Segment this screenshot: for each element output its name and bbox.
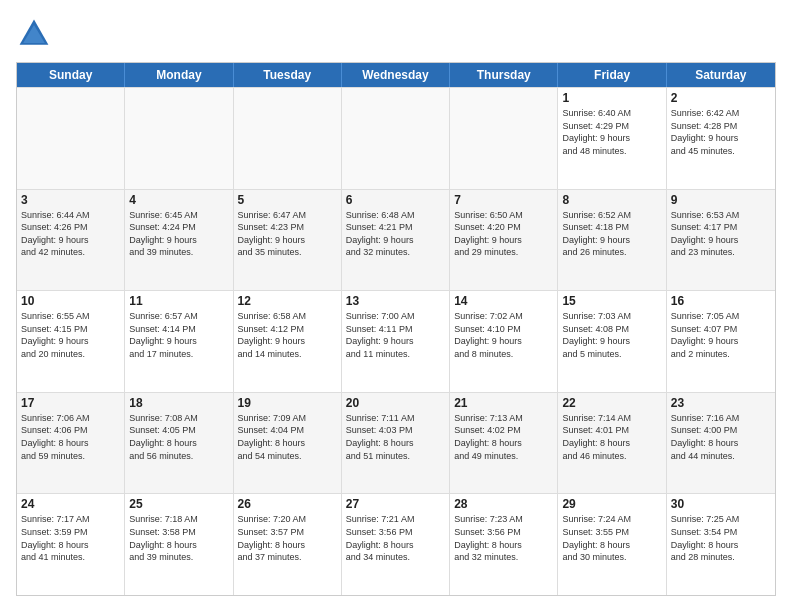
day-number: 10: [21, 294, 120, 308]
cell-info: Sunrise: 6:47 AM Sunset: 4:23 PM Dayligh…: [238, 209, 337, 259]
cell-info: Sunrise: 6:44 AM Sunset: 4:26 PM Dayligh…: [21, 209, 120, 259]
day-number: 21: [454, 396, 553, 410]
cell-info: Sunrise: 6:52 AM Sunset: 4:18 PM Dayligh…: [562, 209, 661, 259]
calendar-cell: 24Sunrise: 7:17 AM Sunset: 3:59 PM Dayli…: [17, 494, 125, 595]
cell-info: Sunrise: 7:13 AM Sunset: 4:02 PM Dayligh…: [454, 412, 553, 462]
calendar-cell: 21Sunrise: 7:13 AM Sunset: 4:02 PM Dayli…: [450, 393, 558, 494]
day-number: 25: [129, 497, 228, 511]
cell-info: Sunrise: 7:06 AM Sunset: 4:06 PM Dayligh…: [21, 412, 120, 462]
day-number: 7: [454, 193, 553, 207]
cell-info: Sunrise: 6:50 AM Sunset: 4:20 PM Dayligh…: [454, 209, 553, 259]
day-number: 20: [346, 396, 445, 410]
day-number: 26: [238, 497, 337, 511]
calendar-cell: 23Sunrise: 7:16 AM Sunset: 4:00 PM Dayli…: [667, 393, 775, 494]
weekday-header-saturday: Saturday: [667, 63, 775, 87]
cell-info: Sunrise: 7:02 AM Sunset: 4:10 PM Dayligh…: [454, 310, 553, 360]
cell-info: Sunrise: 6:58 AM Sunset: 4:12 PM Dayligh…: [238, 310, 337, 360]
cell-info: Sunrise: 7:03 AM Sunset: 4:08 PM Dayligh…: [562, 310, 661, 360]
calendar-cell: 11Sunrise: 6:57 AM Sunset: 4:14 PM Dayli…: [125, 291, 233, 392]
header: [16, 16, 776, 52]
logo-icon: [16, 16, 52, 52]
calendar-cell: 1Sunrise: 6:40 AM Sunset: 4:29 PM Daylig…: [558, 88, 666, 189]
logo: [16, 16, 56, 52]
day-number: 15: [562, 294, 661, 308]
day-number: 24: [21, 497, 120, 511]
day-number: 5: [238, 193, 337, 207]
day-number: 23: [671, 396, 771, 410]
weekday-header-thursday: Thursday: [450, 63, 558, 87]
cell-info: Sunrise: 6:53 AM Sunset: 4:17 PM Dayligh…: [671, 209, 771, 259]
calendar-cell: [234, 88, 342, 189]
calendar-row-0: 1Sunrise: 6:40 AM Sunset: 4:29 PM Daylig…: [17, 87, 775, 189]
calendar-cell: 7Sunrise: 6:50 AM Sunset: 4:20 PM Daylig…: [450, 190, 558, 291]
calendar-row-1: 3Sunrise: 6:44 AM Sunset: 4:26 PM Daylig…: [17, 189, 775, 291]
calendar-cell: 29Sunrise: 7:24 AM Sunset: 3:55 PM Dayli…: [558, 494, 666, 595]
day-number: 30: [671, 497, 771, 511]
calendar-cell: 9Sunrise: 6:53 AM Sunset: 4:17 PM Daylig…: [667, 190, 775, 291]
calendar-cell: 6Sunrise: 6:48 AM Sunset: 4:21 PM Daylig…: [342, 190, 450, 291]
calendar-row-3: 17Sunrise: 7:06 AM Sunset: 4:06 PM Dayli…: [17, 392, 775, 494]
calendar-cell: 25Sunrise: 7:18 AM Sunset: 3:58 PM Dayli…: [125, 494, 233, 595]
calendar-row-2: 10Sunrise: 6:55 AM Sunset: 4:15 PM Dayli…: [17, 290, 775, 392]
calendar-cell: 12Sunrise: 6:58 AM Sunset: 4:12 PM Dayli…: [234, 291, 342, 392]
calendar-cell: 22Sunrise: 7:14 AM Sunset: 4:01 PM Dayli…: [558, 393, 666, 494]
day-number: 9: [671, 193, 771, 207]
page: SundayMondayTuesdayWednesdayThursdayFrid…: [0, 0, 792, 612]
day-number: 13: [346, 294, 445, 308]
weekday-header-monday: Monday: [125, 63, 233, 87]
cell-info: Sunrise: 7:09 AM Sunset: 4:04 PM Dayligh…: [238, 412, 337, 462]
day-number: 2: [671, 91, 771, 105]
cell-info: Sunrise: 7:11 AM Sunset: 4:03 PM Dayligh…: [346, 412, 445, 462]
day-number: 12: [238, 294, 337, 308]
calendar-cell: 5Sunrise: 6:47 AM Sunset: 4:23 PM Daylig…: [234, 190, 342, 291]
cell-info: Sunrise: 7:25 AM Sunset: 3:54 PM Dayligh…: [671, 513, 771, 563]
cell-info: Sunrise: 6:48 AM Sunset: 4:21 PM Dayligh…: [346, 209, 445, 259]
cell-info: Sunrise: 7:00 AM Sunset: 4:11 PM Dayligh…: [346, 310, 445, 360]
calendar-cell: 2Sunrise: 6:42 AM Sunset: 4:28 PM Daylig…: [667, 88, 775, 189]
calendar-cell: [450, 88, 558, 189]
cell-info: Sunrise: 7:21 AM Sunset: 3:56 PM Dayligh…: [346, 513, 445, 563]
cell-info: Sunrise: 6:45 AM Sunset: 4:24 PM Dayligh…: [129, 209, 228, 259]
calendar-cell: 3Sunrise: 6:44 AM Sunset: 4:26 PM Daylig…: [17, 190, 125, 291]
cell-info: Sunrise: 7:24 AM Sunset: 3:55 PM Dayligh…: [562, 513, 661, 563]
cell-info: Sunrise: 7:14 AM Sunset: 4:01 PM Dayligh…: [562, 412, 661, 462]
weekday-header-friday: Friday: [558, 63, 666, 87]
calendar-cell: 28Sunrise: 7:23 AM Sunset: 3:56 PM Dayli…: [450, 494, 558, 595]
cell-info: Sunrise: 6:42 AM Sunset: 4:28 PM Dayligh…: [671, 107, 771, 157]
calendar-cell: 17Sunrise: 7:06 AM Sunset: 4:06 PM Dayli…: [17, 393, 125, 494]
calendar-cell: 19Sunrise: 7:09 AM Sunset: 4:04 PM Dayli…: [234, 393, 342, 494]
day-number: 18: [129, 396, 228, 410]
calendar-cell: 18Sunrise: 7:08 AM Sunset: 4:05 PM Dayli…: [125, 393, 233, 494]
calendar: SundayMondayTuesdayWednesdayThursdayFrid…: [16, 62, 776, 596]
calendar-cell: 16Sunrise: 7:05 AM Sunset: 4:07 PM Dayli…: [667, 291, 775, 392]
calendar-cell: 13Sunrise: 7:00 AM Sunset: 4:11 PM Dayli…: [342, 291, 450, 392]
weekday-header-sunday: Sunday: [17, 63, 125, 87]
day-number: 11: [129, 294, 228, 308]
weekday-header-tuesday: Tuesday: [234, 63, 342, 87]
calendar-cell: 20Sunrise: 7:11 AM Sunset: 4:03 PM Dayli…: [342, 393, 450, 494]
calendar-cell: 10Sunrise: 6:55 AM Sunset: 4:15 PM Dayli…: [17, 291, 125, 392]
cell-info: Sunrise: 6:55 AM Sunset: 4:15 PM Dayligh…: [21, 310, 120, 360]
cell-info: Sunrise: 7:23 AM Sunset: 3:56 PM Dayligh…: [454, 513, 553, 563]
calendar-cell: [342, 88, 450, 189]
day-number: 29: [562, 497, 661, 511]
calendar-cell: 8Sunrise: 6:52 AM Sunset: 4:18 PM Daylig…: [558, 190, 666, 291]
calendar-body: 1Sunrise: 6:40 AM Sunset: 4:29 PM Daylig…: [17, 87, 775, 595]
day-number: 17: [21, 396, 120, 410]
day-number: 27: [346, 497, 445, 511]
day-number: 14: [454, 294, 553, 308]
calendar-header: SundayMondayTuesdayWednesdayThursdayFrid…: [17, 63, 775, 87]
calendar-cell: 27Sunrise: 7:21 AM Sunset: 3:56 PM Dayli…: [342, 494, 450, 595]
calendar-cell: 30Sunrise: 7:25 AM Sunset: 3:54 PM Dayli…: [667, 494, 775, 595]
calendar-cell: 4Sunrise: 6:45 AM Sunset: 4:24 PM Daylig…: [125, 190, 233, 291]
cell-info: Sunrise: 7:18 AM Sunset: 3:58 PM Dayligh…: [129, 513, 228, 563]
weekday-header-wednesday: Wednesday: [342, 63, 450, 87]
calendar-cell: 26Sunrise: 7:20 AM Sunset: 3:57 PM Dayli…: [234, 494, 342, 595]
day-number: 22: [562, 396, 661, 410]
cell-info: Sunrise: 7:17 AM Sunset: 3:59 PM Dayligh…: [21, 513, 120, 563]
day-number: 3: [21, 193, 120, 207]
cell-info: Sunrise: 7:05 AM Sunset: 4:07 PM Dayligh…: [671, 310, 771, 360]
day-number: 28: [454, 497, 553, 511]
day-number: 16: [671, 294, 771, 308]
day-number: 19: [238, 396, 337, 410]
